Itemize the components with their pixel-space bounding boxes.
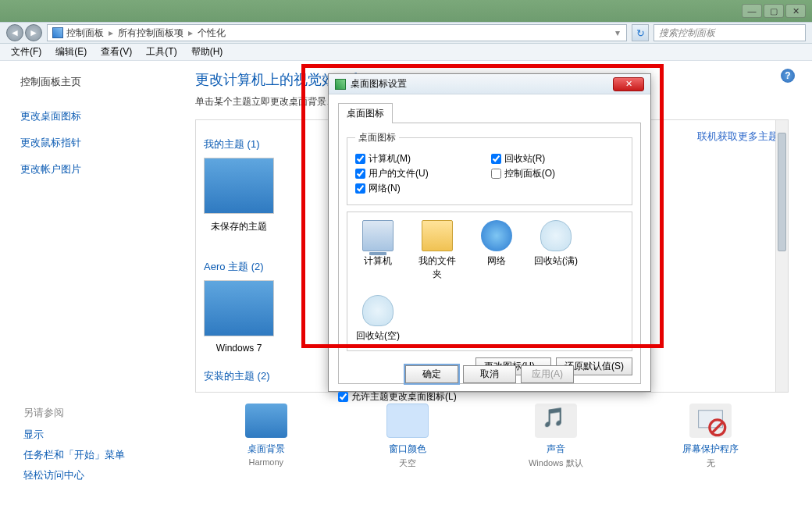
- menu-help[interactable]: 帮助(H): [191, 45, 223, 59]
- icon-recycle-empty[interactable]: 回收站(空): [355, 295, 401, 343]
- see-also-taskbar[interactable]: 任务栏和「开始」菜单: [23, 448, 125, 462]
- icon-network[interactable]: 网络: [474, 220, 519, 281]
- sounds-link[interactable]: 🎵 声音 Windows 默认: [529, 404, 583, 469]
- dialog-title: 桌面图标设置: [351, 77, 407, 91]
- screensaver-icon: [689, 404, 732, 438]
- checkbox-recycle[interactable]: 回收站(R): [491, 152, 555, 165]
- tab-panel: 桌面图标 计算机(M) 用户的文件(U) 网络(N) 回收站(R) 控制面板(O…: [338, 123, 641, 384]
- icon-computer[interactable]: 计算机: [355, 220, 401, 281]
- scrollbar[interactable]: [775, 120, 788, 392]
- checkbox-network[interactable]: 网络(N): [355, 182, 429, 195]
- close-button[interactable]: ✕: [785, 4, 806, 18]
- chevron-right-icon: ▸: [187, 27, 194, 38]
- see-also-ease[interactable]: 轻松访问中心: [23, 468, 125, 482]
- see-also-title: 另请参阅: [23, 406, 125, 420]
- desktop-icon-settings-dialog: 桌面图标设置 ✕ 桌面图标 桌面图标 计算机(M) 用户的文件(U) 网络(N)…: [328, 73, 651, 392]
- sidebar-link-account-pic[interactable]: 更改帐户图片: [20, 162, 151, 176]
- theme-name: 未保存的主题: [204, 220, 274, 233]
- checkbox-computer[interactable]: 计算机(M): [355, 152, 429, 165]
- chevron-right-icon: ▸: [107, 27, 115, 38]
- bottom-row: 桌面背景 Harmony 窗口颜色 天空 🎵 声音 Windows 默认 屏幕保…: [195, 404, 789, 469]
- fieldset-legend: 桌面图标: [355, 131, 399, 144]
- checkbox-allow-themes[interactable]: 允许主题更改桌面图标(L): [338, 390, 641, 404]
- menu-view[interactable]: 查看(V): [101, 45, 132, 59]
- desktop-background-link[interactable]: 桌面背景 Harmony: [245, 404, 287, 469]
- menu-tools[interactable]: 工具(T): [146, 45, 176, 59]
- dialog-icon: [335, 79, 346, 90]
- sidebar-link-mouse[interactable]: 更改鼠标指针: [20, 136, 151, 150]
- theme-item[interactable]: 未保存的主题: [204, 158, 274, 233]
- refresh-button[interactable]: ↻: [632, 24, 649, 41]
- forward-button[interactable]: ►: [25, 24, 42, 41]
- theme-item[interactable]: Windows 7: [204, 280, 274, 354]
- get-more-themes-link[interactable]: 联机获取更多主题: [697, 130, 778, 144]
- icon-preview-grid: 计算机 我的文件夹 网络 回收站(满) 回收站(空): [347, 212, 632, 351]
- search-input[interactable]: 搜索控制面板: [654, 24, 806, 41]
- checkbox-controlpanel[interactable]: 控制面板(O): [491, 167, 555, 180]
- menu-file[interactable]: 文件(F): [11, 45, 41, 59]
- menu-bar: 文件(F) 编辑(E) 查看(V) 工具(T) 帮助(H): [0, 44, 812, 61]
- control-panel-icon: [52, 27, 63, 38]
- crumb-0[interactable]: 控制面板: [66, 27, 104, 40]
- menu-edit[interactable]: 编辑(E): [55, 45, 87, 59]
- dropdown-icon[interactable]: ▾: [614, 27, 621, 38]
- tab-desktop-icons[interactable]: 桌面图标: [338, 103, 393, 123]
- checkbox-userfiles[interactable]: 用户的文件(U): [355, 167, 429, 180]
- sidebar-link-desktop-icons[interactable]: 更改桌面图标: [20, 109, 151, 123]
- dialog-titlebar[interactable]: 桌面图标设置 ✕: [329, 74, 650, 94]
- crumb-1[interactable]: 所有控制面板项: [118, 27, 183, 40]
- background-icon: [245, 404, 287, 438]
- theme-thumbnail: [204, 158, 274, 214]
- desktop-icons-fieldset: 桌面图标 计算机(M) 用户的文件(U) 网络(N) 回收站(R) 控制面板(O…: [347, 131, 632, 205]
- theme-name: Windows 7: [204, 343, 274, 354]
- back-button[interactable]: ◄: [6, 24, 23, 41]
- icon-recycle-full[interactable]: 回收站(满): [533, 220, 579, 281]
- window-color-link[interactable]: 窗口颜色 天空: [386, 404, 429, 469]
- see-also-display[interactable]: 显示: [23, 428, 125, 442]
- screensaver-link[interactable]: 屏幕保护程序 无: [682, 404, 739, 469]
- scrollbar-thumb[interactable]: [778, 133, 786, 251]
- sidebar-home[interactable]: 控制面板主页: [20, 75, 151, 89]
- see-also: 另请参阅 显示 任务栏和「开始」菜单 轻松访问中心: [23, 406, 125, 489]
- address-bar[interactable]: 控制面板 ▸ 所有控制面板项 ▸ 个性化 ▾: [47, 24, 627, 41]
- ok-button[interactable]: 确定: [405, 365, 458, 383]
- cancel-button[interactable]: 取消: [463, 365, 516, 383]
- maximize-button[interactable]: ▢: [764, 4, 784, 18]
- icon-myfolder[interactable]: 我的文件夹: [415, 220, 460, 281]
- theme-thumbnail: [204, 280, 274, 336]
- minimize-button[interactable]: —: [742, 4, 762, 18]
- crumb-2[interactable]: 个性化: [198, 27, 226, 40]
- dialog-close-button[interactable]: ✕: [613, 77, 644, 91]
- apply-button[interactable]: 应用(A): [521, 365, 574, 383]
- window-titlebar: — ▢ ✕: [0, 0, 812, 22]
- nav-bar: ◄ ► 控制面板 ▸ 所有控制面板项 ▸ 个性化 ▾ ↻ 搜索控制面板: [0, 22, 812, 44]
